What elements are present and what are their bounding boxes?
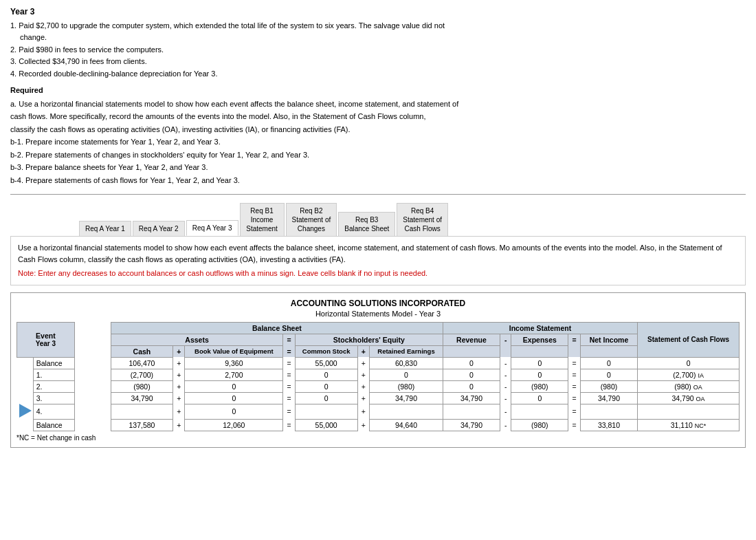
final-balance-revenue[interactable]: 34,790	[443, 419, 500, 431]
event-4: 4. Recorded double-declining-balance dep…	[10, 69, 746, 79]
event1-commonstock[interactable]: 0	[295, 369, 357, 380]
retained-earnings-header: Retained Earnings	[370, 345, 443, 357]
req-b4: b-4. Prepare statements of cash flows fo…	[10, 175, 746, 186]
net-income-header: Net Income	[580, 334, 637, 345]
event4-netincome[interactable]	[580, 404, 637, 419]
row-label-balance: Balance	[33, 357, 74, 369]
final-balance-retained[interactable]: 94,640	[370, 419, 443, 431]
event2-commonstock[interactable]: 0	[295, 380, 357, 392]
balance-netincome[interactable]: 0	[580, 357, 637, 369]
tabs-container: Req A Year 1 Req A Year 2 Req A Year 3 R…	[10, 203, 746, 236]
blue-arrow-icon	[19, 404, 32, 418]
event3-cash[interactable]: 34,790	[111, 392, 173, 404]
tab-req-a-year3[interactable]: Req A Year 3	[186, 220, 238, 236]
main-table: Event Year 3 Balance Sheet Income Statem…	[16, 322, 740, 431]
event4-revenue[interactable]	[443, 404, 500, 419]
final-balance-bookvalue[interactable]: 12,060	[185, 419, 283, 431]
event3-commonstock[interactable]: 0	[295, 392, 357, 404]
event4-cash[interactable]	[111, 404, 173, 419]
event4-commonstock[interactable]	[295, 404, 357, 419]
table-row-4: 4. + 0 = + - =	[17, 404, 740, 419]
balance-revenue[interactable]: 0	[443, 357, 500, 369]
final-balance-cash[interactable]: 137,580	[111, 419, 173, 431]
final-balance-cf[interactable]: 31,110 NC*	[638, 419, 740, 431]
event4-expenses[interactable]	[511, 404, 568, 419]
event2-expenses[interactable]: (980)	[511, 380, 568, 392]
row-label-3: 3.	[33, 392, 74, 404]
event3-retained[interactable]: 34,790	[370, 392, 443, 404]
equity-header: Stockholders' Equity	[295, 334, 443, 345]
nc-note: *NC = Net change in cash	[16, 434, 740, 442]
event1-revenue[interactable]: 0	[443, 369, 500, 380]
divider	[10, 194, 746, 195]
info-note: Note: Enter any decreases to account bal…	[18, 268, 738, 279]
tab-req-b1[interactable]: Req B1IncomeStatement	[240, 203, 285, 236]
table-row-balance-final: Balance 137,580 + 12,060 = 55,000 + 94,6…	[17, 419, 740, 431]
event2-revenue[interactable]: 0	[443, 380, 500, 392]
req-a2: cash flows. More specifically, record th…	[10, 111, 746, 122]
event3-bookvalue[interactable]: 0	[185, 392, 283, 404]
event1-netincome[interactable]: 0	[580, 369, 637, 380]
table-row-1: 1. (2,700) + 2,700 = 0 + 0 0 - 0 = 0 (2,…	[17, 369, 740, 380]
event1-retained[interactable]: 0	[370, 369, 443, 380]
req-b3: b-3. Prepare balance sheets for Year 1, …	[10, 162, 746, 173]
row-label-balance-final: Balance	[33, 419, 74, 431]
balance-cf[interactable]: 0	[638, 357, 740, 369]
event-list: 1. Paid $2,700 to upgrade the computer s…	[10, 21, 746, 79]
req-a1: a. Use a horizontal financial statements…	[10, 98, 746, 110]
requirements-list: a. Use a horizontal financial statements…	[10, 98, 746, 186]
table-row-3: 3. 34,790 + 0 = 0 + 34,790 34,790 - 0 = …	[17, 392, 740, 404]
event1-cash[interactable]: (2,700)	[111, 369, 173, 380]
balance-bookvalue[interactable]: 9,360	[185, 357, 283, 369]
final-balance-commonstock[interactable]: 55,000	[295, 419, 357, 431]
tab-req-a-year1[interactable]: Req A Year 1	[79, 221, 131, 236]
req-b1: b-1. Prepare income statements for Year …	[10, 136, 746, 148]
final-balance-netincome[interactable]: 33,810	[580, 419, 637, 431]
event4-cf[interactable]	[638, 404, 740, 419]
balance-commonstock[interactable]: 55,000	[295, 357, 357, 369]
table-company: ACCOUNTING SOLUTIONS INCORPORATED	[16, 299, 740, 308]
cash-header: Cash	[111, 345, 173, 357]
assets-header: Assets	[111, 334, 282, 345]
common-stock-header: Common Stock	[295, 345, 357, 357]
row-label-1: 1.	[33, 369, 74, 380]
table-row-2: 2. (980) + 0 = 0 + (980) 0 - (980) = (98…	[17, 380, 740, 392]
event1-expenses[interactable]: 0	[511, 369, 568, 380]
event3-expenses[interactable]: 0	[511, 392, 568, 404]
event2-bookvalue[interactable]: 0	[185, 380, 283, 392]
event1-bookvalue[interactable]: 2,700	[185, 369, 283, 380]
event4-retained[interactable]	[370, 404, 443, 419]
final-balance-expenses[interactable]: (980)	[511, 419, 568, 431]
req-a3: classify the cash flows as operating act…	[10, 124, 746, 136]
event3-revenue[interactable]: 34,790	[443, 392, 500, 404]
event3-cf[interactable]: 34,790 OA	[638, 392, 740, 404]
event2-cash[interactable]: (980)	[111, 380, 173, 392]
info-text: Use a horizontal financial statements mo…	[18, 242, 738, 265]
balance-retained[interactable]: 60,830	[370, 357, 443, 369]
info-box: Use a horizontal financial statements mo…	[10, 236, 746, 285]
event1-cf[interactable]: (2,700) IA	[638, 369, 740, 380]
balance-cash[interactable]: 106,470	[111, 357, 173, 369]
revenue-header: Revenue	[443, 334, 500, 345]
tab-req-b2[interactable]: Req B2Statement ofChanges	[286, 203, 337, 236]
event-3: 3. Collected $34,790 in fees from client…	[10, 56, 746, 67]
event3-netincome[interactable]: 34,790	[580, 392, 637, 404]
event-1a: 1. Paid $2,700 to upgrade the computer s…	[10, 21, 746, 31]
event-2: 2. Paid $980 in fees to service the comp…	[10, 45, 746, 55]
tab-req-b4[interactable]: Req B4Statement ofCash Flows	[397, 203, 448, 236]
book-value-header: Book Value of Equipment	[185, 345, 283, 357]
event2-retained[interactable]: (980)	[370, 380, 443, 392]
tab-req-b3[interactable]: Req B3Balance Sheet	[338, 212, 395, 236]
table-row-balance: Balance 106,470 + 9,360 = 55,000 + 60,83…	[17, 357, 740, 369]
event2-cf[interactable]: (980) OA	[638, 380, 740, 392]
tab-req-a-year2[interactable]: Req A Year 2	[133, 221, 185, 236]
event-header: Event Year 3	[17, 322, 75, 357]
req-b2: b-2. Prepare statements of changes in st…	[10, 149, 746, 161]
event4-bookvalue[interactable]: 0	[185, 404, 283, 419]
balance-sheet-header: Balance Sheet	[111, 322, 443, 334]
event2-netincome[interactable]: (980)	[580, 380, 637, 392]
required-title: Required	[10, 86, 746, 94]
row-label-4: 4.	[33, 404, 74, 419]
balance-expenses[interactable]: 0	[511, 357, 568, 369]
table-section: ACCOUNTING SOLUTIONS INCORPORATED Horizo…	[10, 292, 746, 448]
